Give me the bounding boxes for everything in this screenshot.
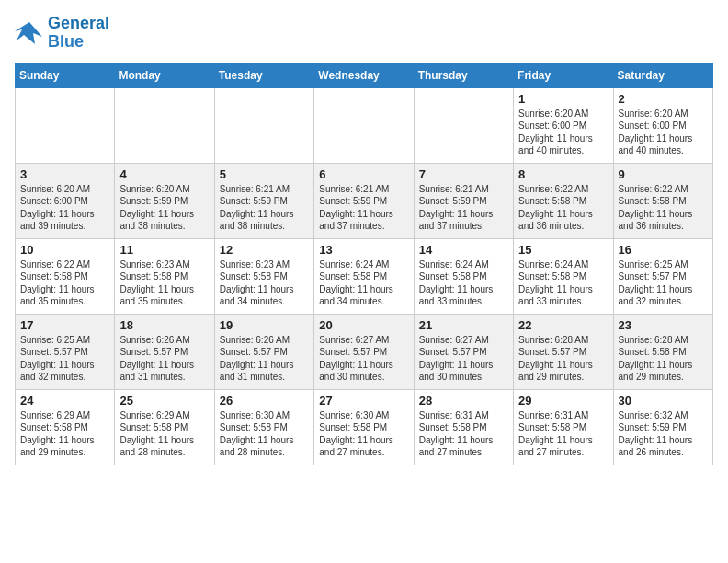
calendar-cell (214, 87, 313, 163)
calendar-table: SundayMondayTuesdayWednesdayThursdayFrid… (15, 63, 713, 465)
day-number: 28 (419, 394, 508, 408)
col-header-thursday: Thursday (414, 63, 513, 87)
calendar-cell: 3Sunrise: 6:20 AM Sunset: 6:00 PM Daylig… (16, 163, 115, 238)
col-header-sunday: Sunday (16, 63, 115, 87)
cell-info: Sunrise: 6:31 AM Sunset: 5:58 PM Dayligh… (518, 409, 608, 459)
calendar-cell: 16Sunrise: 6:25 AM Sunset: 5:57 PM Dayli… (613, 238, 712, 314)
day-number: 1 (518, 92, 608, 106)
day-number: 30 (619, 394, 708, 408)
cell-info: Sunrise: 6:23 AM Sunset: 5:58 PM Dayligh… (220, 259, 309, 308)
day-number: 18 (119, 318, 209, 332)
calendar-cell: 24Sunrise: 6:29 AM Sunset: 5:58 PM Dayli… (16, 389, 115, 465)
cell-info: Sunrise: 6:21 AM Sunset: 5:59 PM Dayligh… (419, 183, 508, 233)
cell-info: Sunrise: 6:30 AM Sunset: 5:58 PM Dayligh… (220, 409, 309, 459)
week-row-5: 24Sunrise: 6:29 AM Sunset: 5:58 PM Dayli… (16, 389, 713, 465)
day-number: 27 (319, 394, 408, 408)
calendar-cell: 23Sunrise: 6:28 AM Sunset: 5:58 PM Dayli… (613, 314, 712, 389)
day-number: 2 (619, 92, 708, 106)
week-row-2: 3Sunrise: 6:20 AM Sunset: 6:00 PM Daylig… (16, 163, 713, 238)
calendar-cell: 28Sunrise: 6:31 AM Sunset: 5:58 PM Dayli… (414, 389, 513, 465)
col-header-tuesday: Tuesday (214, 63, 313, 87)
cell-info: Sunrise: 6:23 AM Sunset: 5:58 PM Dayligh… (119, 259, 209, 308)
calendar-cell: 13Sunrise: 6:24 AM Sunset: 5:58 PM Dayli… (314, 238, 414, 314)
calendar-cell: 7Sunrise: 6:21 AM Sunset: 5:59 PM Daylig… (414, 163, 513, 238)
cell-info: Sunrise: 6:20 AM Sunset: 6:00 PM Dayligh… (619, 108, 708, 157)
day-number: 4 (119, 167, 209, 181)
calendar-cell: 21Sunrise: 6:27 AM Sunset: 5:57 PM Dayli… (414, 314, 513, 389)
cell-info: Sunrise: 6:32 AM Sunset: 5:59 PM Dayligh… (619, 409, 708, 459)
week-row-3: 10Sunrise: 6:22 AM Sunset: 5:58 PM Dayli… (16, 238, 713, 314)
col-header-wednesday: Wednesday (314, 63, 414, 87)
calendar-cell (414, 87, 513, 163)
calendar-cell: 11Sunrise: 6:23 AM Sunset: 5:58 PM Dayli… (115, 238, 214, 314)
calendar-cell: 14Sunrise: 6:24 AM Sunset: 5:58 PM Dayli… (414, 238, 513, 314)
calendar-cell: 4Sunrise: 6:20 AM Sunset: 5:59 PM Daylig… (115, 163, 214, 238)
week-row-4: 17Sunrise: 6:25 AM Sunset: 5:57 PM Dayli… (16, 314, 713, 389)
calendar-cell: 12Sunrise: 6:23 AM Sunset: 5:58 PM Dayli… (214, 238, 313, 314)
cell-info: Sunrise: 6:31 AM Sunset: 5:58 PM Dayligh… (419, 409, 508, 459)
calendar-cell: 22Sunrise: 6:28 AM Sunset: 5:57 PM Dayli… (514, 314, 613, 389)
day-number: 9 (619, 167, 708, 181)
cell-info: Sunrise: 6:24 AM Sunset: 5:58 PM Dayligh… (518, 259, 608, 308)
day-number: 23 (619, 318, 708, 332)
day-number: 26 (220, 394, 309, 408)
day-number: 25 (119, 394, 209, 408)
day-number: 22 (518, 318, 608, 332)
page-header: General Blue (15, 15, 713, 52)
calendar-cell: 19Sunrise: 6:26 AM Sunset: 5:57 PM Dayli… (214, 314, 313, 389)
calendar-cell: 5Sunrise: 6:21 AM Sunset: 5:59 PM Daylig… (214, 163, 313, 238)
day-number: 11 (119, 243, 209, 257)
cell-info: Sunrise: 6:21 AM Sunset: 5:59 PM Dayligh… (319, 183, 408, 233)
cell-info: Sunrise: 6:20 AM Sunset: 6:00 PM Dayligh… (518, 108, 608, 157)
cell-info: Sunrise: 6:29 AM Sunset: 5:58 PM Dayligh… (20, 409, 109, 459)
cell-info: Sunrise: 6:25 AM Sunset: 5:57 PM Dayligh… (20, 334, 109, 384)
day-number: 10 (20, 243, 109, 257)
calendar-cell: 20Sunrise: 6:27 AM Sunset: 5:57 PM Dayli… (314, 314, 414, 389)
calendar-cell: 15Sunrise: 6:24 AM Sunset: 5:58 PM Dayli… (514, 238, 613, 314)
cell-info: Sunrise: 6:27 AM Sunset: 5:57 PM Dayligh… (419, 334, 508, 384)
cell-info: Sunrise: 6:22 AM Sunset: 5:58 PM Dayligh… (619, 183, 708, 233)
col-header-saturday: Saturday (613, 63, 712, 87)
day-number: 12 (220, 243, 309, 257)
day-number: 13 (319, 243, 408, 257)
cell-info: Sunrise: 6:22 AM Sunset: 5:58 PM Dayligh… (518, 183, 608, 233)
day-number: 7 (419, 167, 508, 181)
cell-info: Sunrise: 6:29 AM Sunset: 5:58 PM Dayligh… (119, 409, 209, 459)
cell-info: Sunrise: 6:26 AM Sunset: 5:57 PM Dayligh… (119, 334, 209, 384)
day-number: 24 (20, 394, 109, 408)
col-header-friday: Friday (514, 63, 613, 87)
cell-info: Sunrise: 6:24 AM Sunset: 5:58 PM Dayligh… (319, 259, 408, 308)
day-number: 17 (20, 318, 109, 332)
day-number: 14 (419, 243, 508, 257)
cell-info: Sunrise: 6:25 AM Sunset: 5:57 PM Dayligh… (619, 259, 708, 308)
logo: General Blue (15, 15, 109, 52)
calendar-cell: 30Sunrise: 6:32 AM Sunset: 5:59 PM Dayli… (613, 389, 712, 465)
cell-info: Sunrise: 6:24 AM Sunset: 5:58 PM Dayligh… (419, 259, 508, 308)
calendar-cell: 1Sunrise: 6:20 AM Sunset: 6:00 PM Daylig… (514, 87, 613, 163)
day-number: 5 (220, 167, 309, 181)
logo-icon (15, 20, 44, 46)
cell-info: Sunrise: 6:28 AM Sunset: 5:58 PM Dayligh… (619, 334, 708, 384)
calendar-cell: 2Sunrise: 6:20 AM Sunset: 6:00 PM Daylig… (613, 87, 712, 163)
cell-info: Sunrise: 6:20 AM Sunset: 5:59 PM Dayligh… (119, 183, 209, 233)
day-number: 21 (419, 318, 508, 332)
cell-info: Sunrise: 6:27 AM Sunset: 5:57 PM Dayligh… (319, 334, 408, 384)
week-row-1: 1Sunrise: 6:20 AM Sunset: 6:00 PM Daylig… (16, 87, 713, 163)
day-number: 20 (319, 318, 408, 332)
calendar-cell: 26Sunrise: 6:30 AM Sunset: 5:58 PM Dayli… (214, 389, 313, 465)
calendar-cell (314, 87, 414, 163)
day-number: 6 (319, 167, 408, 181)
day-number: 15 (518, 243, 608, 257)
logo-text: General Blue (48, 15, 109, 52)
cell-info: Sunrise: 6:22 AM Sunset: 5:58 PM Dayligh… (20, 259, 109, 308)
day-number: 3 (20, 167, 109, 181)
calendar-cell: 8Sunrise: 6:22 AM Sunset: 5:58 PM Daylig… (514, 163, 613, 238)
day-number: 16 (619, 243, 708, 257)
calendar-cell: 18Sunrise: 6:26 AM Sunset: 5:57 PM Dayli… (115, 314, 214, 389)
day-number: 8 (518, 167, 608, 181)
svg-marker-0 (15, 22, 42, 44)
calendar-cell (115, 87, 214, 163)
cell-info: Sunrise: 6:21 AM Sunset: 5:59 PM Dayligh… (220, 183, 309, 233)
calendar-cell: 25Sunrise: 6:29 AM Sunset: 5:58 PM Dayli… (115, 389, 214, 465)
calendar-cell: 27Sunrise: 6:30 AM Sunset: 5:58 PM Dayli… (314, 389, 414, 465)
